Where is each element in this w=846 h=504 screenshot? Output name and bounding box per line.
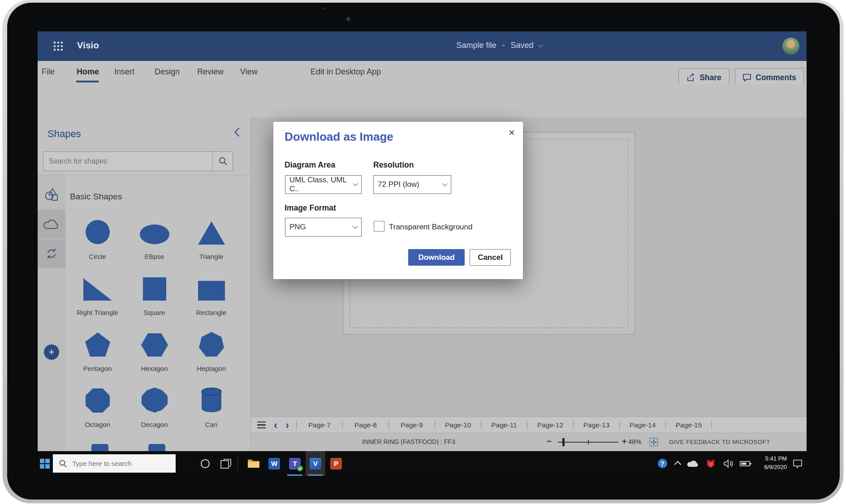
taskbar-search[interactable] bbox=[53, 454, 176, 473]
tab-page-13[interactable]: Page-13 bbox=[574, 421, 619, 429]
mcafee-shield-icon bbox=[706, 459, 715, 469]
shape-heptagon[interactable]: Heptagon bbox=[183, 331, 240, 387]
pages-menu-icon[interactable] bbox=[257, 422, 266, 429]
tray-help-button[interactable]: ? bbox=[654, 451, 670, 476]
cloud-icon bbox=[43, 218, 60, 230]
zoom-out-button[interactable]: − bbox=[547, 437, 552, 446]
action-center-icon bbox=[793, 459, 803, 468]
action-center-button[interactable] bbox=[789, 451, 807, 476]
shape-section-title: Basic Shapes bbox=[70, 192, 122, 202]
previous-page-icon[interactable]: ‹ bbox=[274, 420, 277, 431]
shape-ellipse[interactable]: Ellipse bbox=[126, 219, 183, 275]
menu-design[interactable]: Design bbox=[155, 67, 180, 77]
tray-battery[interactable] bbox=[738, 451, 754, 476]
download-button[interactable]: Download bbox=[408, 249, 465, 266]
tab-page-8[interactable]: Page-8 bbox=[343, 421, 388, 429]
zoom-level[interactable]: 48% bbox=[628, 438, 641, 445]
diagram-area-select[interactable]: UML Class, UML C.. bbox=[285, 175, 362, 194]
file-explorer-button[interactable] bbox=[244, 451, 263, 476]
tab-page-10[interactable]: Page-10 bbox=[435, 421, 481, 429]
resolution-label: Resolution bbox=[373, 160, 414, 170]
visio-button[interactable]: V bbox=[306, 451, 325, 476]
screen: Visio Sample file - Saved File Home Inse… bbox=[38, 31, 807, 476]
shape-partial[interactable] bbox=[91, 444, 108, 451]
shape-pentagon[interactable]: Pentagon bbox=[69, 331, 126, 387]
tab-page-14[interactable]: Page-14 bbox=[620, 421, 665, 429]
shape-hexagon[interactable]: Hexagon bbox=[126, 331, 183, 387]
cancel-button[interactable]: Cancel bbox=[470, 249, 511, 266]
file-explorer-icon bbox=[247, 458, 260, 469]
teams-status-check-icon bbox=[297, 465, 303, 472]
tab-page-9[interactable]: Page-9 bbox=[389, 421, 435, 429]
diagram-area-label: Diagram Area bbox=[285, 160, 335, 170]
search-icon bbox=[59, 460, 67, 468]
menu-home[interactable]: Home bbox=[77, 67, 99, 77]
zoom-in-button[interactable]: + bbox=[622, 437, 627, 446]
shape-search-input[interactable] bbox=[43, 152, 212, 171]
shape-square[interactable]: Square bbox=[126, 275, 183, 331]
shape-rectangle[interactable]: Rectangle bbox=[183, 275, 240, 331]
taskbar-search-input[interactable] bbox=[71, 459, 167, 468]
chevron-up-icon bbox=[674, 461, 681, 468]
tab-page-12[interactable]: Page-12 bbox=[527, 421, 573, 429]
powerpoint-button[interactable]: P bbox=[326, 451, 346, 476]
shape-circle[interactable]: Circle bbox=[69, 219, 126, 275]
tray-show-hidden-icons[interactable] bbox=[670, 451, 685, 476]
teams-button[interactable]: T bbox=[285, 451, 305, 476]
image-format-select[interactable]: PNG bbox=[285, 218, 362, 237]
shape-decagon[interactable]: Decagon bbox=[126, 387, 183, 443]
tray-onedrive[interactable] bbox=[685, 451, 701, 476]
menu-file[interactable]: File bbox=[42, 67, 55, 77]
active-tab-underline bbox=[76, 81, 99, 82]
menu-edit-in-desktop-app[interactable]: Edit in Desktop App bbox=[311, 67, 381, 77]
save-status: Saved bbox=[511, 41, 534, 50]
task-view-button[interactable] bbox=[216, 451, 236, 476]
speaker-icon bbox=[723, 459, 734, 468]
windows-logo-icon bbox=[40, 459, 50, 469]
resolution-select[interactable]: 72 PPI (low) bbox=[373, 175, 451, 194]
menu-review[interactable]: Review bbox=[197, 67, 224, 77]
search-icon bbox=[218, 157, 227, 166]
menu-view[interactable]: View bbox=[240, 67, 258, 77]
status-bar: INNER RING (FASTFOOD) : FF3 − + 48% GIVE… bbox=[251, 433, 807, 451]
close-icon[interactable]: × bbox=[507, 125, 517, 140]
add-stencil-button[interactable]: + bbox=[44, 345, 59, 360]
shape-right-triangle[interactable]: Right Triangle bbox=[69, 275, 126, 331]
tab-page-15[interactable]: Page-15 bbox=[666, 421, 712, 429]
next-page-icon[interactable]: › bbox=[285, 420, 289, 431]
cortana-icon bbox=[200, 459, 210, 469]
menu-insert[interactable]: Insert bbox=[114, 67, 134, 77]
shape-octagon[interactable]: Octagon bbox=[69, 387, 126, 443]
stencil-sync[interactable] bbox=[38, 239, 65, 268]
avatar[interactable] bbox=[782, 38, 799, 55]
stencil-cloud[interactable] bbox=[38, 210, 65, 238]
ribbon: ↶ ↷ × Calibri bbox=[38, 84, 807, 118]
feedback-link[interactable]: GIVE FEEDBACK TO MICROSOFT bbox=[669, 439, 770, 445]
share-label: Share bbox=[699, 73, 721, 82]
taskbar-clock[interactable]: 5:41 PM 6/9/2020 bbox=[754, 455, 787, 472]
cortana-button[interactable] bbox=[195, 451, 215, 476]
tray-mcafee[interactable] bbox=[703, 451, 719, 476]
download-as-image-dialog: Download as Image × Diagram Area Resolut… bbox=[273, 122, 523, 279]
word-button[interactable]: W bbox=[264, 451, 284, 476]
transparent-background-checkbox[interactable] bbox=[374, 221, 384, 232]
shape-partial[interactable] bbox=[148, 444, 165, 451]
fit-to-window-icon[interactable] bbox=[649, 437, 659, 447]
zoom-slider-thumb[interactable] bbox=[562, 438, 565, 446]
comment-icon bbox=[742, 73, 751, 82]
stencil-basic-shapes[interactable] bbox=[38, 180, 65, 209]
document-title[interactable]: Sample file - Saved bbox=[419, 41, 580, 50]
tab-page-11[interactable]: Page-11 bbox=[481, 421, 527, 429]
shape-search-button[interactable] bbox=[212, 152, 233, 171]
collapse-panel-icon[interactable] bbox=[234, 128, 243, 137]
app-launcher-waffle-icon[interactable] bbox=[53, 41, 64, 52]
tab-page-7[interactable]: Page-7 bbox=[297, 421, 342, 429]
shape-triangle[interactable]: Triangle bbox=[183, 219, 240, 275]
battery-icon bbox=[740, 460, 751, 467]
onedrive-cloud-icon bbox=[687, 460, 699, 468]
shapes-panel: Shapes bbox=[38, 117, 251, 451]
shape-search-box[interactable] bbox=[43, 151, 233, 171]
tray-volume[interactable] bbox=[721, 451, 737, 476]
start-button[interactable] bbox=[38, 451, 55, 476]
shape-can[interactable]: Can bbox=[183, 387, 240, 443]
